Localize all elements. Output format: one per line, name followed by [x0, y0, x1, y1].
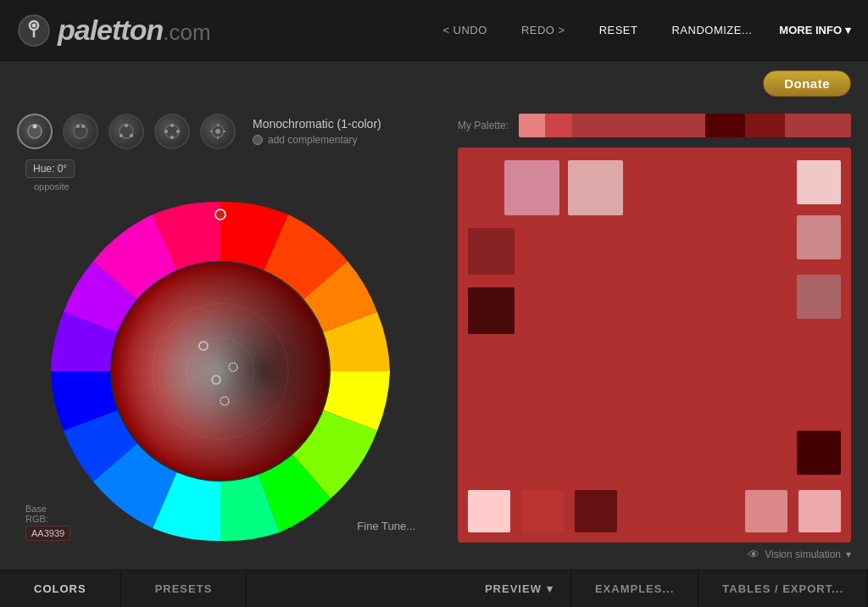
vision-row: 👁 Vision simulation ▾ [458, 548, 851, 561]
svg-point-3 [32, 23, 36, 27]
swatch-bot1[interactable] [468, 490, 510, 532]
logo-text: paletton.com [58, 14, 211, 47]
svg-point-14 [170, 124, 174, 127]
svg-point-17 [164, 130, 168, 133]
palette-seg-6 [785, 114, 851, 137]
reset-button[interactable]: RESET [593, 20, 645, 40]
my-palette-label: My Palette: [458, 120, 509, 131]
logo-icon [17, 14, 51, 47]
donate-bar: Donate [0, 61, 868, 105]
header: paletton.com < UNDO REDO > RESET RANDOMI… [0, 0, 868, 61]
svg-point-5 [33, 125, 37, 129]
svg-point-26 [112, 263, 329, 480]
base-rgb-value[interactable]: AA3939 [25, 526, 70, 541]
svg-point-11 [120, 134, 123, 137]
swatch-ml1[interactable] [468, 228, 515, 275]
swatch-br1[interactable] [797, 431, 841, 475]
color-grid[interactable] [458, 148, 851, 543]
scheme-settings[interactable] [200, 114, 236, 149]
scheme-triad[interactable] [108, 114, 144, 149]
swatch-ll1[interactable] [468, 287, 515, 334]
scheme-label: Monochromatic (1-color) add complementar… [253, 117, 381, 146]
randomize-button[interactable]: RANDOMIZE... [665, 20, 759, 40]
undo-button[interactable]: < UNDO [436, 20, 493, 40]
svg-point-7 [76, 125, 80, 128]
logo-area: paletton.com [17, 14, 436, 47]
scheme-adjacent[interactable] [63, 114, 98, 149]
more-info-button[interactable]: MORE INFO ▾ [779, 24, 851, 36]
redo-button[interactable]: REDO > [515, 20, 572, 40]
tab-preview[interactable]: PREVIEW ▾ [468, 571, 571, 607]
palette-seg-1 [519, 114, 545, 137]
bottom-spacer [247, 571, 468, 607]
swatch-bot4[interactable] [745, 490, 787, 532]
left-panel: Monochromatic (1-color) add complementar… [0, 105, 441, 570]
opposite-label: opposite [34, 181, 70, 192]
palette-bar [519, 114, 851, 137]
vision-arrow[interactable]: ▾ [846, 549, 851, 560]
swatch-tr1[interactable] [797, 160, 841, 204]
swatch-tl1[interactable] [504, 160, 559, 215]
swatch-bot5[interactable] [798, 490, 841, 532]
add-complementary[interactable]: add complementary [253, 134, 381, 146]
color-wheel[interactable] [42, 193, 398, 549]
color-wheel-container: Hue: 0° opposite [25, 159, 415, 549]
palette-seg-5 [745, 114, 785, 137]
hue-label: Hue: 0° [25, 159, 75, 178]
base-rgb-area: Base RGB: AA3939 [25, 524, 70, 541]
svg-point-6 [74, 125, 87, 138]
header-nav: < UNDO REDO > RESET RANDOMIZE... MORE IN… [436, 20, 851, 40]
bottom-bar: COLORS PRESETS PREVIEW ▾ EXAMPLES... TAB… [0, 570, 868, 607]
palette-seg-2 [545, 114, 571, 137]
svg-point-15 [176, 130, 180, 133]
tab-examples[interactable]: EXAMPLES... [571, 571, 698, 607]
swatch-bot2[interactable] [521, 490, 564, 532]
donate-button[interactable]: Donate [763, 70, 851, 97]
svg-point-8 [81, 125, 85, 128]
tab-colors[interactable]: COLORS [0, 571, 121, 607]
add-complementary-radio[interactable] [253, 135, 263, 145]
tab-presets[interactable]: PRESETS [121, 571, 248, 607]
scheme-mono[interactable] [17, 114, 53, 149]
main-content: Monochromatic (1-color) add complementar… [0, 105, 868, 570]
swatch-tl2[interactable] [568, 160, 623, 215]
tab-tables-export[interactable]: TABLES / EXPORT... [698, 571, 868, 607]
vision-icon: 👁 [748, 548, 760, 561]
palette-seg-4 [705, 114, 745, 137]
svg-point-19 [215, 129, 220, 134]
scheme-icons: Monochromatic (1-color) add complementar… [17, 114, 424, 149]
vision-label: Vision simulation [765, 549, 841, 560]
scheme-name: Monochromatic (1-color) [253, 117, 381, 131]
palette-seg-3 [572, 114, 705, 137]
preview-arrow: ▾ [547, 582, 554, 595]
swatch-mr1[interactable] [797, 215, 841, 259]
swatch-bot3[interactable] [575, 490, 617, 532]
svg-point-12 [130, 134, 133, 137]
right-panel: My Palette: [441, 105, 868, 570]
svg-point-10 [125, 124, 128, 127]
fine-tune-button[interactable]: Fine Tune... [357, 520, 415, 532]
my-palette-row: My Palette: [458, 114, 851, 137]
base-rgb-label: Base RGB: [25, 504, 70, 524]
svg-point-27 [215, 209, 225, 220]
swatch-lr1[interactable] [797, 275, 841, 319]
svg-point-16 [170, 136, 174, 139]
scheme-tetrad[interactable] [154, 114, 190, 149]
